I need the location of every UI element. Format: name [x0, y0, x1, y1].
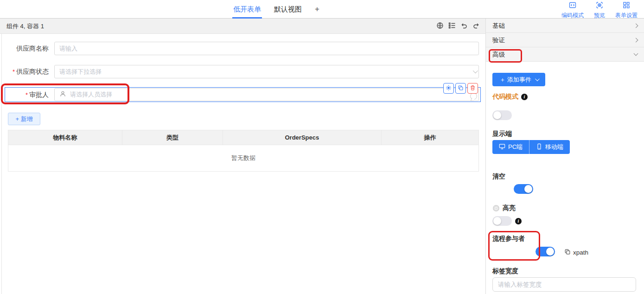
- component-breadcrumb: 组件 4, 容器 1: [6, 19, 44, 34]
- gear-icon: [446, 84, 452, 93]
- add-event-button[interactable]: ＋ 添加事件: [492, 73, 545, 86]
- field-supplier-status: *供应商状态: [0, 65, 486, 78]
- top-bar: 低开表单 默认视图 + 编码模式 预览 表单设置: [0, 0, 644, 19]
- view-tabs: 低开表单 默认视图 +: [233, 0, 319, 19]
- redo-icon[interactable]: [472, 22, 480, 31]
- process-participant-label: 流程参与者: [492, 235, 525, 243]
- globe-icon[interactable]: [436, 22, 444, 31]
- canvas-area: 组件 4, 容器 1 供应商名称: [0, 19, 486, 294]
- copy-icon: [458, 84, 464, 93]
- top-actions: 编码模式 预览 表单设置: [561, 1, 638, 19]
- highlight-toggle-row: i: [492, 216, 522, 226]
- canvas-header: 组件 4, 容器 1: [0, 19, 485, 34]
- person-icon: [59, 90, 66, 99]
- label-width-label: 标签宽度: [492, 267, 518, 275]
- properties-panel: 基础 验证 高级 ＋ 添加事件 代码模式 i 显示端 PC端: [486, 19, 644, 294]
- form-designer-app: 低开表单 默认视图 + 编码模式 预览 表单设置: [0, 0, 644, 294]
- field-label: *审批人: [0, 88, 49, 102]
- label-width-input[interactable]: [492, 277, 636, 292]
- code-window-icon: [569, 1, 576, 11]
- field-approver[interactable]: *审批人 请选择人员选择: [0, 88, 486, 101]
- display-side-switch: PC端 移动端: [492, 140, 570, 154]
- monitor-icon: [499, 143, 505, 151]
- code-mode-toggle[interactable]: [492, 110, 512, 120]
- supplier-status-select[interactable]: [54, 65, 479, 78]
- preview-button[interactable]: 预览: [594, 1, 605, 19]
- outline-tree-icon[interactable]: [448, 22, 456, 31]
- trash-icon: [470, 84, 476, 93]
- preview-icon: [596, 1, 603, 11]
- highlight-toggle[interactable]: [492, 216, 512, 226]
- canvas-toolbar: [436, 19, 480, 34]
- highlight-setting-label: 高亮: [492, 204, 516, 212]
- comment-bubble-icon: [470, 93, 477, 100]
- field-label: *供应商状态: [0, 65, 49, 78]
- supplier-name-input[interactable]: [54, 42, 479, 55]
- add-row-button[interactable]: + 新增: [8, 113, 40, 125]
- chevron-down-icon: [634, 51, 638, 56]
- chevron-right-icon: [634, 38, 638, 43]
- section-advanced[interactable]: 高级: [486, 47, 644, 62]
- grid-icon: [623, 1, 630, 11]
- component-settings-button[interactable]: [443, 83, 454, 94]
- field-label: 供应商名称: [0, 42, 49, 55]
- chevron-down-icon: [535, 77, 540, 81]
- section-basic[interactable]: 基础: [486, 19, 644, 33]
- section-validation[interactable]: 验证: [486, 33, 644, 47]
- person-picker-placeholder: 请选择人员选择: [70, 90, 112, 99]
- process-participant-toggle[interactable]: [536, 247, 555, 256]
- gear-circle-icon: [492, 205, 500, 212]
- component-copy-button[interactable]: [455, 83, 466, 94]
- copy-icon: [564, 249, 571, 256]
- col-type: 类型: [122, 130, 223, 145]
- col-order-specs: OrderSpecs: [223, 130, 381, 145]
- info-icon[interactable]: i: [521, 94, 528, 100]
- tab-default-view[interactable]: 默认视图: [274, 0, 302, 19]
- xpath-button[interactable]: xpath: [564, 249, 588, 256]
- display-side-label: 显示端: [492, 130, 512, 138]
- clear-setting-label: 清空: [492, 173, 505, 181]
- empty-state-text: 暂无数据: [8, 145, 479, 172]
- form-settings-button[interactable]: 表单设置: [615, 1, 638, 19]
- field-supplier-name: 供应商名称: [0, 42, 486, 55]
- undo-icon[interactable]: [460, 22, 468, 31]
- add-view-tab-button[interactable]: +: [315, 0, 319, 19]
- component-delete-button[interactable]: [467, 83, 478, 94]
- table-header-row: 物料名称 类型 OrderSpecs 操作: [8, 130, 479, 145]
- component-action-buttons: [443, 83, 478, 94]
- code-mode-setting-label: 代码模式 i: [492, 93, 528, 101]
- approver-person-picker[interactable]: 请选择人员选择: [54, 88, 479, 101]
- tab-lowcode-form[interactable]: 低开表单: [233, 0, 261, 19]
- col-material-name: 物料名称: [8, 130, 122, 145]
- code-mode-button[interactable]: 编码模式: [561, 1, 584, 19]
- table-empty-row: 暂无数据: [8, 145, 479, 172]
- clear-toggle[interactable]: [514, 184, 533, 194]
- mobile-side-button[interactable]: 移动端: [529, 140, 570, 154]
- info-icon[interactable]: i: [515, 218, 522, 224]
- col-actions: 操作: [381, 130, 478, 145]
- chevron-right-icon: [634, 24, 638, 28]
- required-marker: *: [26, 91, 28, 98]
- phone-icon: [536, 143, 542, 151]
- pc-side-button[interactable]: PC端: [492, 140, 529, 154]
- materials-table: 物料名称 类型 OrderSpecs 操作 暂无数据: [8, 130, 479, 172]
- required-marker: *: [13, 68, 15, 75]
